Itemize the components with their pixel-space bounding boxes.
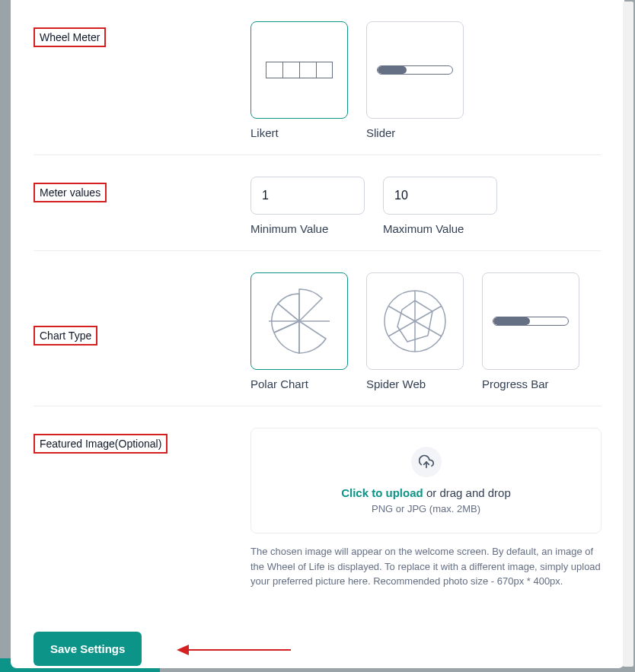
upload-dropzone[interactable]: Click to upload or drag and drop PNG or … (250, 428, 601, 533)
upload-drag-text: or drag and drop (423, 486, 511, 499)
option-progress: Progress Bar (482, 272, 579, 390)
likert-icon (266, 62, 333, 78)
row-meter-values: Meter values Minimum Value Maximum Value (34, 155, 601, 251)
min-value-input[interactable] (250, 177, 365, 215)
polar-chart-icon (265, 287, 333, 355)
option-label-spider: Spider Web (366, 377, 464, 390)
option-card-likert[interactable] (250, 21, 348, 119)
option-polar: Polar Chart (250, 272, 348, 390)
upload-description: The chosen image will appear on the welc… (250, 544, 601, 589)
option-label-progress: Progress Bar (482, 377, 579, 390)
upload-link-text: Click to upload (341, 486, 423, 499)
label-chart-type: Chart Type (34, 326, 97, 346)
option-label-polar: Polar Chart (250, 377, 348, 390)
option-label-slider: Slider (366, 126, 464, 139)
row-featured-image: Featured Image(Optional) Click to upload… (34, 406, 601, 604)
scrollbar[interactable] (623, 2, 633, 667)
svg-marker-7 (177, 645, 189, 655)
option-slider: Slider (366, 21, 464, 139)
upload-cloud-icon (411, 447, 442, 477)
row-chart-type: Chart Type (34, 251, 601, 406)
settings-panel: Wheel Meter Likert Slider (11, 0, 624, 668)
option-card-spider[interactable] (366, 272, 464, 370)
label-meter-values: Meter values (34, 183, 107, 202)
max-value-caption: Maximum Value (383, 222, 497, 235)
option-card-polar[interactable] (250, 272, 348, 370)
option-spider: Spider Web (366, 272, 464, 390)
annotation-arrow-icon (177, 641, 291, 659)
save-settings-button[interactable]: Save Settings (34, 632, 142, 666)
upload-hint: PNG or JPG (max. 2MB) (263, 503, 589, 514)
slider-icon (377, 65, 453, 75)
label-featured-image: Featured Image(Optional) (34, 434, 168, 454)
option-label-likert: Likert (250, 126, 348, 139)
option-likert: Likert (250, 21, 348, 139)
option-card-progress[interactable] (482, 272, 579, 370)
min-value-caption: Minimum Value (250, 222, 365, 235)
max-value-input[interactable] (383, 177, 497, 215)
option-card-slider[interactable] (366, 21, 464, 119)
progress-bar-icon (493, 317, 569, 326)
spider-web-icon (381, 287, 449, 355)
row-wheel-meter: Wheel Meter Likert Slider (34, 0, 601, 155)
label-wheel-meter: Wheel Meter (34, 27, 106, 47)
